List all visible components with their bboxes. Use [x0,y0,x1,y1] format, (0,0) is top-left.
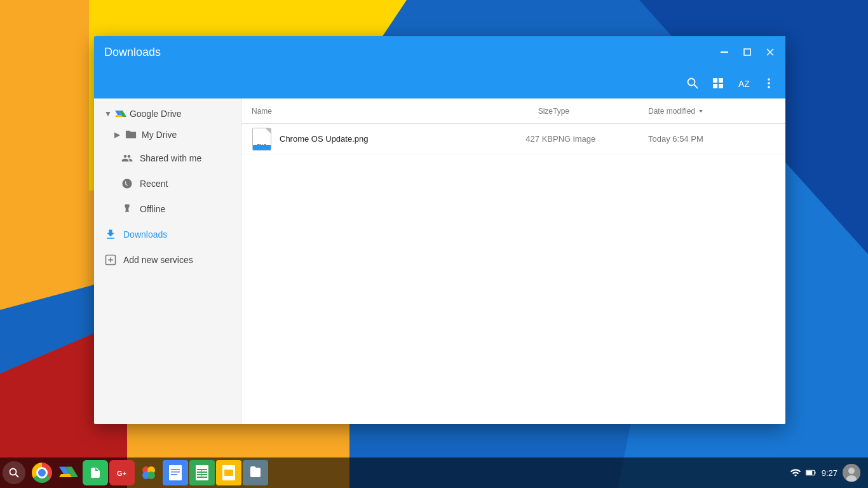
svg-line-5 [695,85,698,89]
sidebar-item-offline[interactable]: Offline [94,196,241,222]
svg-point-4 [688,79,695,86]
minimize-button[interactable] [714,42,735,62]
svg-line-16 [16,475,19,478]
user-avatar[interactable] [843,464,860,482]
taskbar-files[interactable] [243,460,268,485]
svg-point-38 [848,468,855,474]
svg-rect-7 [719,78,723,83]
more-options-button[interactable] [757,72,780,95]
my-drive-chevron-icon: ▶ [114,130,120,139]
svg-rect-1 [744,49,750,55]
maximize-button[interactable] [737,42,757,62]
size-column-header[interactable]: Size [477,107,553,116]
titlebar: Downloads [94,36,785,68]
svg-rect-36 [815,472,816,474]
google-plus-icon: G+ [114,465,130,480]
file-name-cell: PNG Chrome OS Update.png [252,129,477,149]
sidebar-item-recent[interactable]: Recent [94,171,241,196]
taskbar-google-plus[interactable]: G+ [109,460,135,485]
type-column-header[interactable]: Type [553,107,648,116]
file-list: Name Size Type Date modified [241,98,785,424]
taskbar-google-photos[interactable] [136,460,161,485]
svg-rect-24 [171,471,180,473]
table-row[interactable]: PNG Chrome OS Update.png 427 KB PNG imag… [241,124,785,154]
svg-rect-0 [721,51,728,53]
people-icon [121,152,133,165]
svg-text:AZ: AZ [738,79,750,89]
taskbar-slides[interactable] [216,460,241,485]
column-headers: Name Size Type Date modified [241,98,785,124]
clock-icon [121,177,133,190]
desktop: Downloads [0,0,868,488]
svg-rect-9 [719,84,723,88]
svg-text:G+: G+ [117,470,126,477]
svg-rect-29 [197,474,207,475]
drive-icon [114,109,127,119]
grid-view-button[interactable] [707,72,729,95]
file-size: 427 KB [477,134,553,144]
taskbar-sheets[interactable] [189,460,215,485]
docs-icon [168,464,182,481]
slides-icon [222,464,236,481]
add-services-label: Add new services [123,255,193,265]
toolbar: AZ [94,68,785,98]
clock: 9:27 [822,468,837,478]
svg-point-21 [147,471,155,479]
svg-point-11 [768,78,770,81]
taskbar-evernote[interactable] [83,460,108,485]
battery-icon [805,467,817,478]
close-button[interactable] [760,42,780,62]
file-date: Today 6:54 PM [648,134,775,144]
file-rows: PNG Chrome OS Update.png 427 KB PNG imag… [241,124,785,424]
svg-rect-23 [171,469,180,470]
search-button[interactable] [681,72,704,95]
svg-rect-8 [713,84,717,88]
taskbar-google-drive[interactable] [56,460,81,485]
sidebar-google-drive[interactable]: ▼ Google Drive [94,104,241,124]
svg-rect-27 [197,469,207,470]
downloads-label: Downloads [123,229,167,240]
avatar-icon [843,464,860,482]
sort-button[interactable]: AZ [732,72,755,95]
my-drive-label: My Drive [142,130,177,140]
svg-rect-6 [713,78,717,83]
google-drive-label: Google Drive [130,109,182,119]
sidebar-add-services[interactable]: Add new services [94,247,241,273]
taskbar-chrome[interactable] [29,460,55,485]
sidebar-item-shared-with-me[interactable]: Shared with me [94,146,241,171]
recent-label: Recent [140,179,168,189]
svg-rect-22 [169,465,182,480]
taskbar-docs[interactable] [163,460,188,485]
date-column-header[interactable]: Date modified [648,107,775,116]
file-manager-window: Downloads [94,36,785,424]
google-photos-icon [140,464,158,482]
sidebar-item-downloads[interactable]: Downloads [94,222,241,247]
taskbar-clock-area: 9:27 [785,464,865,482]
plus-icon [104,254,117,266]
main-content: ▼ Google Drive ▶ My Drive [94,98,785,424]
svg-point-13 [768,86,770,88]
file-name: Chrome OS Update.png [280,134,368,144]
pin-icon [121,203,133,215]
taskbar: G+ [0,458,868,488]
svg-rect-33 [224,470,233,476]
chevron-down-icon: ▼ [104,109,112,118]
evernote-icon [88,465,103,480]
svg-rect-30 [197,477,207,478]
file-type: PNG image [553,134,648,144]
google-drive-icon [59,464,78,481]
sheets-icon [195,464,209,481]
taskbar-search-button[interactable] [3,461,25,484]
name-column-header[interactable]: Name [252,107,477,116]
svg-point-15 [10,469,17,475]
shared-with-me-label: Shared with me [140,153,201,163]
svg-rect-35 [806,471,812,475]
window-controls [714,42,780,62]
sidebar-item-my-drive[interactable]: ▶ My Drive [94,124,241,146]
download-icon [104,228,117,241]
chrome-icon [32,463,52,483]
file-icon: PNG [252,129,272,149]
png-file-icon: PNG [252,128,271,151]
sort-desc-icon [698,108,704,114]
files-icon [248,465,263,480]
